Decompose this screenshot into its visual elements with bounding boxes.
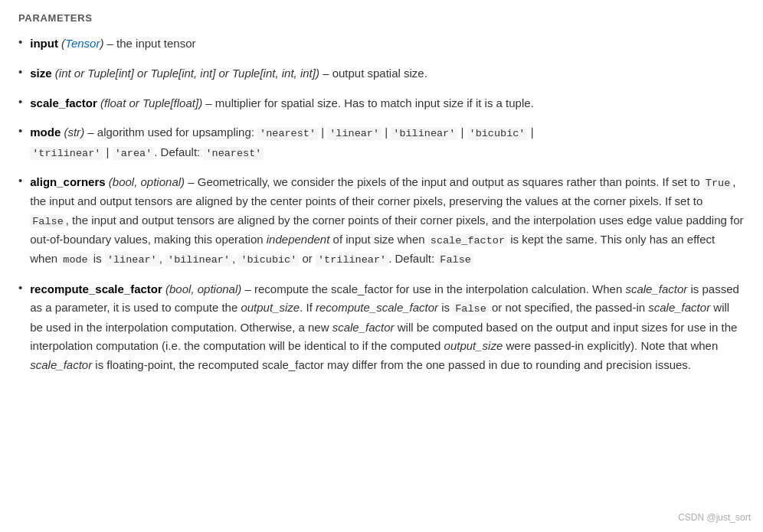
watermark: CSDN @just_sort [678, 512, 751, 523]
bullet-icon: • [18, 65, 22, 78]
param-name-mode: mode [30, 126, 61, 139]
param-type-size: (int or Tuple[int] or Tuple[int, int] or… [55, 67, 323, 80]
param-mode-content: mode (str) – algorithm used for upsampli… [30, 123, 745, 162]
param-scale-factor-content: scale_factor (float or Tuple[float]) – m… [30, 94, 745, 113]
param-desc-size: – output spatial size. [323, 67, 427, 80]
param-type-scale-factor: (float or Tuple[float]) [100, 96, 205, 109]
param-name-size: size [30, 67, 51, 80]
list-item: • scale_factor (float or Tuple[float]) –… [18, 94, 745, 113]
param-type-mode: (str) [64, 126, 84, 139]
bullet-icon: • [18, 95, 22, 108]
tensor-link[interactable]: Tensor [65, 37, 100, 50]
param-align-corners-content: align_corners (bool, optional) – Geometr… [30, 173, 745, 269]
param-name-align-corners: align_corners [30, 175, 105, 188]
list-item: • recompute_scale_factor (bool, optional… [18, 280, 745, 375]
parameters-list: • input (Tensor) – the input tensor • si… [18, 34, 745, 375]
list-item: • align_corners (bool, optional) – Geome… [18, 173, 745, 269]
param-size-content: size (int or Tuple[int] or Tuple[int, in… [30, 64, 745, 83]
param-type-input: (Tensor) [61, 37, 106, 50]
param-name-recompute-scale-factor: recompute_scale_factor [30, 282, 162, 295]
list-item: • size (int or Tuple[int] or Tuple[int, … [18, 64, 745, 83]
param-desc-recompute-scale-factor: – recompute the scale_factor for use in … [30, 282, 739, 372]
bullet-icon: • [18, 174, 22, 187]
section-title: PARAMETERS [18, 12, 745, 24]
bullet-icon: • [18, 281, 22, 294]
param-desc-scale-factor: – multiplier for spatial size. Has to ma… [205, 96, 534, 109]
param-desc-align-corners: – Geometrically, we consider the pixels … [30, 175, 743, 266]
param-desc-mode: – algorithm used for upsampling: 'neares… [30, 126, 533, 158]
param-type-recompute-scale-factor: (bool, optional) [165, 282, 241, 295]
param-type-align-corners: (bool, optional) [109, 175, 185, 188]
list-item: • input (Tensor) – the input tensor [18, 34, 745, 54]
param-name-input: input [30, 37, 58, 50]
param-input-content: input (Tensor) – the input tensor [30, 34, 745, 54]
param-desc-input: – the input tensor [107, 37, 196, 50]
param-name-scale-factor: scale_factor [30, 96, 97, 109]
bullet-icon: • [18, 124, 22, 137]
list-item: • mode (str) – algorithm used for upsamp… [18, 123, 745, 162]
bullet-icon: • [18, 35, 22, 48]
main-container: PARAMETERS • input (Tensor) – the input … [0, 0, 763, 401]
param-recompute-scale-factor-content: recompute_scale_factor (bool, optional) … [30, 280, 745, 375]
